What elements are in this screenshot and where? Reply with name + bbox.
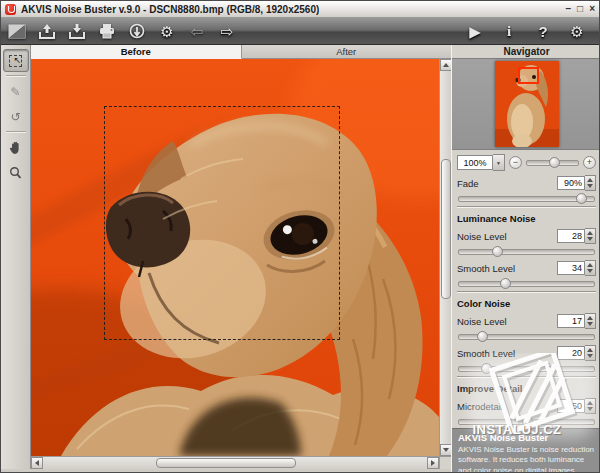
fade-spinner[interactable]: [585, 175, 596, 191]
lum-smooth-level-spinner[interactable]: [585, 260, 596, 276]
minimize-button[interactable]: –: [566, 4, 572, 14]
close-button[interactable]: ×: [589, 4, 595, 14]
lum-noise-level-slider[interactable]: [458, 249, 595, 255]
history-brush-icon: ↺: [10, 111, 20, 123]
hand-icon: [9, 141, 22, 155]
preview-area-tool[interactable]: ↖: [3, 49, 29, 72]
view-tabs: Before After: [31, 45, 451, 59]
main-toolbar: ⚙ ⇦ ⇨ ▶ i ? ⚙: [1, 18, 599, 45]
fade-label: Fade: [457, 178, 479, 189]
color-smooth-level-thumb[interactable]: [481, 363, 492, 374]
zoom-in-button[interactable]: +: [583, 156, 596, 169]
color-smooth-level-spinner[interactable]: [585, 345, 596, 361]
lum-smooth-level-thumb[interactable]: [500, 278, 511, 289]
maximize-button[interactable]: □: [577, 4, 583, 14]
microdetail-slider[interactable]: [458, 419, 595, 425]
zoom-controls: 100% ▼ − +: [452, 150, 600, 173]
akvis-logo-icon: [5, 4, 16, 15]
navigator-thumbnail[interactable]: [495, 61, 559, 147]
tab-before[interactable]: Before: [31, 45, 242, 59]
lum-smooth-level-value[interactable]: 34: [557, 261, 585, 275]
tool-rail: ↖ ✎ ↺: [1, 45, 31, 473]
color-smooth-level-label: Smooth Level: [457, 348, 515, 359]
run-processing-icon[interactable]: ▶: [465, 21, 485, 41]
color-noise-level-spinner[interactable]: [585, 313, 596, 329]
hint-title: AKVIS Noise Buster: [458, 432, 595, 443]
color-noise-level-slider[interactable]: [458, 334, 595, 340]
microdetail-thumb[interactable]: [522, 416, 533, 427]
preferences-gear-icon[interactable]: ⚙: [567, 21, 587, 41]
group-improve-detail: Improve Detail: [457, 376, 596, 396]
zoom-value-field[interactable]: 100%: [457, 155, 493, 170]
microdetail-value[interactable]: 50: [557, 399, 585, 413]
brush-icon: ✎: [10, 86, 20, 98]
help-icon[interactable]: ?: [533, 21, 553, 41]
navigator-title: Navigator: [452, 45, 600, 58]
magnifier-icon: [9, 166, 22, 180]
share-publish-icon[interactable]: [127, 21, 147, 41]
about-info-icon[interactable]: i: [499, 21, 519, 41]
color-noise-level-label: Noise Level: [457, 316, 507, 327]
zoom-tool[interactable]: [3, 161, 29, 184]
scrollbar-corner: [439, 456, 451, 469]
lum-smooth-level-label: Smooth Level: [457, 263, 515, 274]
group-color-noise: Color Noise: [457, 291, 596, 311]
scroll-left-button[interactable]: [31, 457, 43, 469]
fade-slider[interactable]: [458, 196, 595, 202]
history-brush-tool[interactable]: ↺: [3, 105, 29, 128]
horizontal-scroll-thumb[interactable]: [156, 458, 296, 468]
vertical-scroll-thumb[interactable]: [441, 159, 451, 299]
vertical-scrollbar[interactable]: [439, 59, 451, 456]
color-noise-level-thumb[interactable]: [477, 331, 488, 342]
save-image-icon[interactable]: [67, 21, 87, 41]
zoom-dropdown-button[interactable]: ▼: [493, 154, 505, 171]
settings-panel: Navigator 100%: [451, 45, 600, 473]
lum-noise-level-thumb[interactable]: [492, 246, 503, 257]
navigator-view-rect[interactable]: [518, 67, 539, 84]
zoom-slider[interactable]: [526, 160, 579, 166]
lum-smooth-level-slider[interactable]: [458, 281, 595, 287]
undo-icon[interactable]: ⇦: [187, 21, 207, 41]
app-window: AKVIS Noise Buster v.9.0 - DSCN8880.bmp …: [0, 0, 600, 473]
hint-text: AKVIS Noise Buster is noise reduction so…: [458, 445, 595, 473]
preview-tool-icon: ↖: [9, 55, 22, 67]
redo-icon[interactable]: ⇨: [217, 21, 237, 41]
batch-processing-icon[interactable]: ⚙: [157, 21, 177, 41]
color-smooth-level-value[interactable]: 20: [557, 346, 585, 360]
group-luminance-noise: Luminance Noise: [457, 206, 596, 226]
fade-value[interactable]: 90%: [557, 176, 585, 190]
tool-separator: [6, 131, 26, 133]
zoom-slider-thumb[interactable]: [549, 157, 560, 168]
title-bar: AKVIS Noise Buster v.9.0 - DSCN8880.bmp …: [1, 1, 599, 18]
navigator-area: [452, 58, 600, 150]
tool-separator: [6, 75, 26, 77]
color-smooth-level-slider[interactable]: [458, 366, 595, 372]
lum-noise-level-value[interactable]: 28: [557, 229, 585, 243]
microdetail-spinner[interactable]: [585, 398, 596, 414]
microdetail-label: Microdetail: [457, 401, 503, 412]
workspace-view-icon[interactable]: [7, 21, 27, 41]
hand-tool[interactable]: [3, 136, 29, 159]
preview-selection-rect[interactable]: [104, 106, 340, 340]
hint-panel: AKVIS Noise Buster AKVIS Noise Buster is…: [452, 428, 600, 473]
lum-noise-level-spinner[interactable]: [585, 228, 596, 244]
zoom-out-button[interactable]: −: [509, 156, 522, 169]
fade-slider-thumb[interactable]: [576, 193, 587, 204]
horizontal-scrollbar[interactable]: [31, 456, 439, 469]
print-icon[interactable]: [97, 21, 117, 41]
window-title: AKVIS Noise Buster v.9.0 - DSCN8880.bmp …: [21, 4, 319, 15]
tab-after[interactable]: After: [242, 45, 452, 58]
scroll-right-button[interactable]: [427, 457, 439, 469]
lum-noise-level-label: Noise Level: [457, 231, 507, 242]
noise-brush-tool[interactable]: ✎: [3, 80, 29, 103]
color-noise-level-value[interactable]: 17: [557, 314, 585, 328]
open-image-icon[interactable]: [37, 21, 57, 41]
image-canvas[interactable]: [31, 59, 439, 456]
